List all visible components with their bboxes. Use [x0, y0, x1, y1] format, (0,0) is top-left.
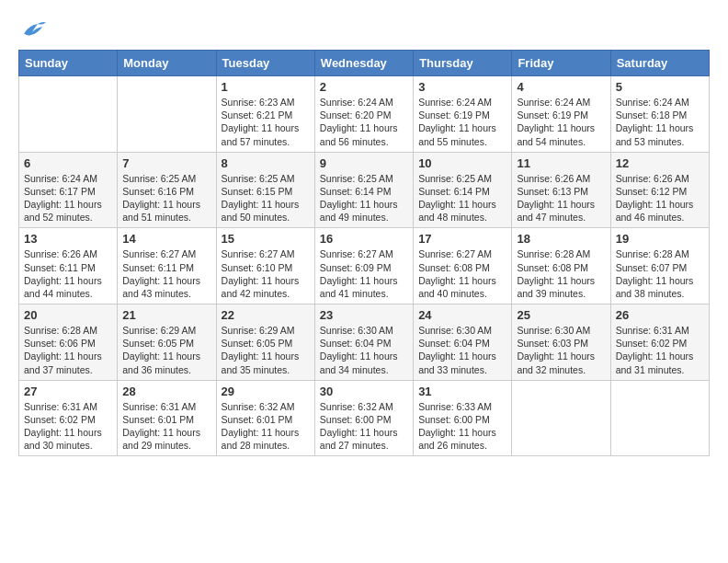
day-info: Sunrise: 6:23 AM Sunset: 6:21 PM Dayligh… [222, 96, 310, 148]
day-info: Sunrise: 6:29 AM Sunset: 6:05 PM Dayligh… [122, 324, 210, 376]
day-number: 28 [122, 385, 210, 398]
calendar-cell: 14Sunrise: 6:27 AM Sunset: 6:11 PM Dayli… [118, 228, 216, 304]
calendar-cell: 29Sunrise: 6:32 AM Sunset: 6:01 PM Dayli… [216, 380, 314, 456]
calendar-cell: 23Sunrise: 6:30 AM Sunset: 6:04 PM Dayli… [314, 304, 413, 381]
calendar-cell: 30Sunrise: 6:32 AM Sunset: 6:00 PM Dayli… [314, 380, 413, 456]
col-header-saturday: Saturday [610, 51, 709, 76]
calendar-cell [610, 380, 709, 456]
day-info: Sunrise: 6:29 AM Sunset: 6:05 PM Dayligh… [222, 324, 310, 376]
calendar-cell: 15Sunrise: 6:27 AM Sunset: 6:10 PM Dayli… [216, 228, 314, 304]
calendar-cell: 11Sunrise: 6:26 AM Sunset: 6:13 PM Dayli… [512, 152, 610, 228]
day-number: 15 [222, 232, 310, 246]
col-header-sunday: Sunday [19, 51, 118, 76]
calendar-cell: 16Sunrise: 6:27 AM Sunset: 6:09 PM Dayli… [314, 228, 413, 304]
calendar-cell: 3Sunrise: 6:24 AM Sunset: 6:19 PM Daylig… [414, 76, 512, 153]
day-number: 3 [418, 80, 506, 94]
calendar-cell: 24Sunrise: 6:30 AM Sunset: 6:04 PM Dayli… [414, 304, 512, 381]
day-number: 6 [24, 156, 112, 170]
day-info: Sunrise: 6:32 AM Sunset: 6:01 PM Dayligh… [222, 400, 310, 453]
week-row-1: 1Sunrise: 6:23 AM Sunset: 6:21 PM Daylig… [19, 76, 710, 153]
day-info: Sunrise: 6:27 AM Sunset: 6:08 PM Dayligh… [418, 247, 506, 300]
day-info: Sunrise: 6:31 AM Sunset: 6:01 PM Dayligh… [122, 400, 210, 453]
col-header-wednesday: Wednesday [314, 51, 413, 76]
calendar-cell: 20Sunrise: 6:28 AM Sunset: 6:06 PM Dayli… [19, 304, 118, 381]
week-row-3: 13Sunrise: 6:26 AM Sunset: 6:11 PM Dayli… [19, 228, 710, 304]
day-number: 17 [418, 232, 506, 246]
day-info: Sunrise: 6:30 AM Sunset: 6:03 PM Dayligh… [517, 324, 605, 376]
day-info: Sunrise: 6:33 AM Sunset: 6:00 PM Dayligh… [418, 400, 506, 453]
calendar-cell: 9Sunrise: 6:25 AM Sunset: 6:14 PM Daylig… [314, 152, 413, 228]
day-number: 8 [222, 156, 310, 170]
day-number: 26 [616, 308, 704, 322]
calendar-cell [19, 76, 118, 153]
calendar-cell: 27Sunrise: 6:31 AM Sunset: 6:02 PM Dayli… [19, 380, 118, 456]
day-number: 4 [517, 80, 605, 94]
calendar-cell: 5Sunrise: 6:24 AM Sunset: 6:18 PM Daylig… [610, 76, 709, 153]
day-info: Sunrise: 6:27 AM Sunset: 6:11 PM Dayligh… [122, 247, 210, 300]
day-number: 19 [616, 232, 704, 246]
day-info: Sunrise: 6:26 AM Sunset: 6:11 PM Dayligh… [24, 247, 112, 300]
day-info: Sunrise: 6:24 AM Sunset: 6:19 PM Dayligh… [418, 96, 506, 148]
col-header-thursday: Thursday [414, 51, 512, 76]
calendar-cell: 2Sunrise: 6:24 AM Sunset: 6:20 PM Daylig… [314, 76, 413, 153]
day-info: Sunrise: 6:30 AM Sunset: 6:04 PM Dayligh… [418, 324, 506, 376]
calendar-cell: 31Sunrise: 6:33 AM Sunset: 6:00 PM Dayli… [414, 380, 512, 456]
week-row-5: 27Sunrise: 6:31 AM Sunset: 6:02 PM Dayli… [19, 380, 710, 456]
week-row-4: 20Sunrise: 6:28 AM Sunset: 6:06 PM Dayli… [19, 304, 710, 381]
day-number: 23 [320, 308, 408, 322]
week-row-2: 6Sunrise: 6:24 AM Sunset: 6:17 PM Daylig… [19, 152, 710, 228]
day-number: 10 [418, 156, 506, 170]
calendar-cell: 26Sunrise: 6:31 AM Sunset: 6:02 PM Dayli… [610, 304, 709, 381]
day-info: Sunrise: 6:30 AM Sunset: 6:04 PM Dayligh… [320, 324, 408, 376]
day-info: Sunrise: 6:24 AM Sunset: 6:17 PM Dayligh… [24, 172, 112, 224]
col-header-tuesday: Tuesday [216, 51, 314, 76]
day-info: Sunrise: 6:25 AM Sunset: 6:15 PM Dayligh… [222, 172, 310, 224]
day-info: Sunrise: 6:25 AM Sunset: 6:14 PM Dayligh… [418, 172, 506, 224]
calendar-cell: 12Sunrise: 6:26 AM Sunset: 6:12 PM Dayli… [610, 152, 709, 228]
day-number: 1 [222, 80, 310, 94]
header-row: SundayMondayTuesdayWednesdayThursdayFrid… [19, 51, 710, 76]
calendar-cell: 22Sunrise: 6:29 AM Sunset: 6:05 PM Dayli… [216, 304, 314, 381]
day-number: 25 [517, 308, 605, 322]
day-number: 2 [320, 80, 408, 94]
day-info: Sunrise: 6:26 AM Sunset: 6:13 PM Dayligh… [517, 172, 605, 224]
day-number: 5 [616, 80, 704, 94]
day-number: 11 [517, 156, 605, 170]
day-number: 30 [320, 385, 408, 398]
day-info: Sunrise: 6:27 AM Sunset: 6:10 PM Dayligh… [222, 247, 310, 300]
day-number: 13 [24, 232, 112, 246]
day-info: Sunrise: 6:25 AM Sunset: 6:16 PM Dayligh… [122, 172, 210, 224]
day-number: 16 [320, 232, 408, 246]
col-header-monday: Monday [118, 51, 216, 76]
calendar-cell: 17Sunrise: 6:27 AM Sunset: 6:08 PM Dayli… [414, 228, 512, 304]
calendar-cell: 6Sunrise: 6:24 AM Sunset: 6:17 PM Daylig… [19, 152, 118, 228]
day-number: 20 [24, 308, 112, 322]
calendar-cell: 21Sunrise: 6:29 AM Sunset: 6:05 PM Dayli… [118, 304, 216, 381]
day-number: 21 [122, 308, 210, 322]
day-number: 9 [320, 156, 408, 170]
day-info: Sunrise: 6:32 AM Sunset: 6:00 PM Dayligh… [320, 400, 408, 453]
calendar-cell: 4Sunrise: 6:24 AM Sunset: 6:19 PM Daylig… [512, 76, 610, 153]
calendar-cell: 13Sunrise: 6:26 AM Sunset: 6:11 PM Dayli… [19, 228, 118, 304]
calendar-cell: 28Sunrise: 6:31 AM Sunset: 6:01 PM Dayli… [118, 380, 216, 456]
day-number: 7 [122, 156, 210, 170]
day-number: 12 [616, 156, 704, 170]
calendar-cell: 1Sunrise: 6:23 AM Sunset: 6:21 PM Daylig… [216, 76, 314, 153]
calendar-cell: 7Sunrise: 6:25 AM Sunset: 6:16 PM Daylig… [118, 152, 216, 228]
calendar-cell [118, 76, 216, 153]
day-info: Sunrise: 6:31 AM Sunset: 6:02 PM Dayligh… [24, 400, 112, 453]
calendar-cell: 19Sunrise: 6:28 AM Sunset: 6:07 PM Dayli… [610, 228, 709, 304]
col-header-friday: Friday [512, 51, 610, 76]
calendar-cell: 10Sunrise: 6:25 AM Sunset: 6:14 PM Dayli… [414, 152, 512, 228]
calendar-cell: 8Sunrise: 6:25 AM Sunset: 6:15 PM Daylig… [216, 152, 314, 228]
day-info: Sunrise: 6:24 AM Sunset: 6:20 PM Dayligh… [320, 96, 408, 148]
day-number: 29 [222, 385, 310, 398]
day-info: Sunrise: 6:27 AM Sunset: 6:09 PM Dayligh… [320, 247, 408, 300]
day-info: Sunrise: 6:26 AM Sunset: 6:12 PM Dayligh… [616, 172, 704, 224]
logo [18, 18, 48, 40]
day-number: 27 [24, 385, 112, 398]
calendar-cell [512, 380, 610, 456]
calendar-table: SundayMondayTuesdayWednesdayThursdayFrid… [18, 50, 710, 456]
page-header [18, 18, 710, 40]
day-number: 24 [418, 308, 506, 322]
